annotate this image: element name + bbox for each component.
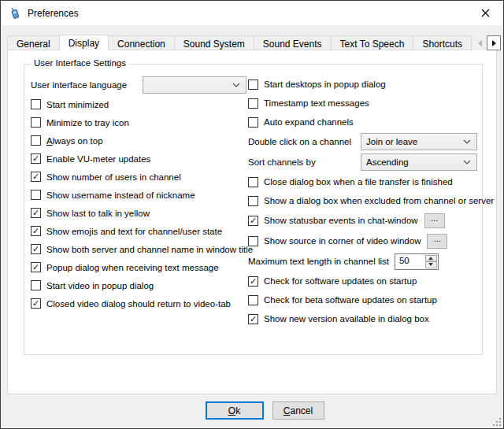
statusbar-events-config-button[interactable]: ... [424, 213, 445, 228]
checkbox-enable-vu-meter[interactable]: ✓ Enable VU-meter updates [31, 150, 246, 168]
checkbox-box [248, 117, 258, 128]
checkbox-box [248, 80, 258, 90]
checkbox-box [31, 280, 41, 290]
checkbox-box [31, 99, 41, 109]
checkmark-icon: ✓ [32, 245, 39, 253]
checkbox-box: ✓ [31, 226, 41, 236]
checkbox-last-to-talk[interactable]: ✓ Show last to talk in yellow [31, 204, 246, 222]
spin-down-button[interactable] [425, 261, 437, 268]
checkmark-icon: ✓ [32, 299, 39, 308]
display-tab-page: User Interface Settings User interface l… [7, 50, 497, 394]
checkbox-box [248, 177, 258, 187]
sort-channels-label: Sort channels by [248, 157, 316, 167]
checkbox-always-on-top[interactable]: Always on top [31, 131, 246, 150]
checkbox-server-channel-title[interactable]: ✓ Show both server and channel name in w… [31, 240, 246, 258]
right-column: Start desktops in popup dialog Timestamp… [248, 75, 477, 328]
statusbar-events-row: ✓ Show statusbar events in chat-window .… [248, 210, 477, 231]
checkbox-label: Start desktops in popup dialog [264, 80, 386, 89]
checkbox-box: ✓ [31, 172, 41, 182]
checkbox-auto-expand-channels[interactable]: Auto expand channels [248, 113, 477, 131]
resize-grip[interactable] [491, 416, 502, 427]
checkbox-label: Show source in corner of video window [264, 236, 421, 246]
checkbox-box [248, 196, 258, 206]
arrow-left-icon [478, 40, 482, 46]
checkbox-excluded-dialog[interactable]: Show a dialog box when excluded from cha… [248, 191, 477, 210]
ui-settings-groupbox: User Interface Settings User interface l… [24, 64, 483, 355]
checkbox-check-beta-updates[interactable]: Check for beta software updates on start… [248, 290, 477, 309]
checkbox-box: ✓ [31, 244, 41, 254]
double-click-label: Double click on a channel [248, 137, 351, 146]
checkmark-icon: ✓ [32, 209, 39, 217]
tab-scroll-left-button[interactable] [472, 35, 487, 50]
checkbox-label: Show new version available in dialog box [264, 314, 429, 324]
checkmark-icon: ✓ [32, 172, 39, 181]
checkbox-show-username[interactable]: Show username instead of nickname [31, 186, 246, 204]
close-button[interactable] [468, 1, 503, 25]
arrow-right-icon [492, 40, 496, 46]
tab-shortcuts[interactable]: Shortcuts [413, 35, 472, 50]
close-icon [481, 9, 490, 17]
tab-general[interactable]: General [7, 35, 60, 50]
spin-up-button[interactable] [425, 255, 437, 262]
checkbox-show-user-count[interactable]: ✓ Show number of users in channel [31, 168, 246, 186]
tab-sound-events[interactable]: Sound Events [254, 35, 332, 50]
tab-connection[interactable]: Connection [108, 35, 175, 50]
ok-button[interactable]: Ok [206, 401, 264, 420]
max-text-length-row: Maximum text length in channel list 50 [248, 251, 477, 272]
tab-text-to-speech[interactable]: Text To Speech [331, 35, 414, 50]
video-source-config-button[interactable]: ... [427, 234, 447, 249]
checkbox-desktops-popup[interactable]: Start desktops in popup dialog [248, 75, 477, 94]
chevron-down-icon [463, 160, 471, 165]
checkbox-label: Popup dialog when receiving text message [46, 263, 219, 272]
tab-scrollers [472, 35, 501, 50]
checkbox-label: Always on top [46, 136, 103, 146]
checkbox-label: Show a dialog box when excluded from cha… [264, 196, 494, 205]
tab-sound-system[interactable]: Sound System [174, 35, 254, 50]
ui-language-select[interactable] [143, 76, 246, 94]
checkmark-icon: ✓ [250, 276, 257, 285]
groupbox-title: User Interface Settings [31, 58, 129, 68]
checkbox-label: Show username instead of nickname [46, 190, 195, 200]
checkbox-label: Closed video dialog should return to vid… [46, 299, 231, 309]
cancel-button[interactable]: Cancel [272, 401, 324, 420]
checkbox-label: Close dialog box when a file transfer is… [264, 177, 453, 187]
checkbox-check-updates[interactable]: ✓ Check for software updates on startup [248, 272, 477, 290]
double-click-row: Double click on a channel Join or leave [248, 131, 477, 152]
double-click-select[interactable]: Join or leave [361, 133, 477, 150]
checkbox-label: Enable VU-meter updates [46, 154, 150, 164]
sort-channels-select[interactable]: Ascending [361, 153, 477, 171]
combo-value: Join or leave [366, 137, 417, 146]
checkbox-close-on-transfer[interactable]: Close dialog box when a file transfer is… [248, 172, 477, 191]
dialog-footer: Ok Cancel [1, 394, 503, 428]
checkmark-icon: ✓ [32, 227, 39, 235]
checkbox-label: Show last to talk in yellow [46, 209, 150, 218]
tab-video[interactable]: Video [471, 35, 472, 50]
checkbox-timestamp-messages[interactable]: Timestamp text messages [248, 94, 477, 113]
checkbox-label: Check for beta software updates on start… [264, 295, 437, 305]
checkbox-box[interactable]: ✓ [248, 216, 258, 226]
checkbox-box [31, 117, 41, 128]
chevron-down-icon [232, 83, 240, 87]
checkbox-video-popup[interactable]: Start video in popup dialog [31, 276, 246, 294]
checkbox-start-minimized[interactable]: Start minimized [31, 95, 246, 113]
tab-scroll-right-button[interactable] [487, 35, 501, 50]
checkbox-show-emojis[interactable]: ✓ Show emojis and text for channel/user … [31, 222, 246, 240]
checkbox-box [248, 295, 258, 305]
preferences-dialog: Preferences General Display Connection S… [0, 0, 504, 429]
language-row: User interface language [31, 75, 246, 95]
checkbox-box[interactable] [248, 236, 258, 246]
checkbox-minimize-to-tray[interactable]: Minimize to tray icon [31, 113, 246, 131]
checkbox-box: ✓ [31, 262, 41, 272]
max-text-length-spinner[interactable]: 50 [395, 253, 439, 270]
checkbox-box: ✓ [248, 276, 258, 287]
checkbox-box [31, 190, 41, 200]
spin-down-icon [428, 263, 433, 266]
checkbox-label: Auto expand channels [264, 117, 354, 127]
checkbox-box: ✓ [248, 314, 258, 324]
checkbox-label: Start minimized [46, 100, 109, 109]
checkbox-new-version-dialog[interactable]: ✓ Show new version available in dialog b… [248, 309, 477, 328]
checkbox-closed-video-return[interactable]: ✓ Closed video dialog should return to v… [31, 294, 246, 313]
sort-channels-row: Sort channels by Ascending [248, 152, 477, 172]
tab-display[interactable]: Display [59, 35, 109, 50]
checkbox-popup-text-message[interactable]: ✓ Popup dialog when receiving text messa… [31, 258, 246, 276]
